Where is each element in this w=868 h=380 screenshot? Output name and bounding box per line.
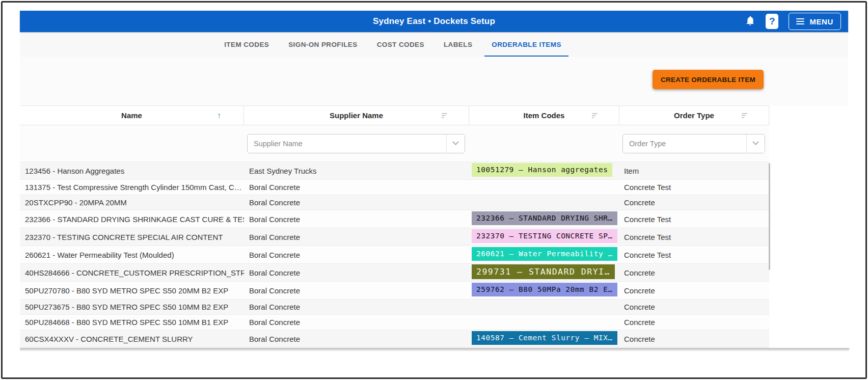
column-label: Order Type	[674, 111, 714, 120]
cell-order-type: Concrete Test	[619, 251, 769, 259]
tab-orderable-items[interactable]: ORDERABLE ITEMS	[482, 32, 571, 57]
menu-button[interactable]: MENU	[789, 13, 841, 30]
order-type-filter	[622, 134, 765, 153]
table-row[interactable]: 260621 - Water Permeability Test (Moulde…	[20, 246, 769, 264]
table-filter-row	[20, 125, 769, 162]
cell-supplier-name: Boral Concrete	[244, 268, 469, 277]
cell-supplier-name: East Sydney Trucks	[244, 167, 469, 175]
cell-name: 260621 - Water Permeability Test (Moulde…	[20, 251, 244, 259]
create-orderable-item-button[interactable]: CREATE ORDERABLE ITEM	[653, 70, 764, 89]
cell-supplier-name: Boral Concrete	[244, 303, 469, 311]
item-code-chip: 299731 – STANDARD DRYI…	[472, 264, 615, 279]
cell-item-codes: 259762 – B80 50MPa 20mm B2 E…	[469, 283, 619, 297]
tabs: ITEM CODESSIGN-ON PROFILESCOST CODESLABE…	[214, 32, 571, 57]
tab-sign-on-profiles[interactable]: SIGN-ON PROFILES	[279, 32, 367, 57]
cell-item-codes: 260621 – Water Permeability …	[469, 247, 619, 262]
cell-order-type: Concrete Test	[619, 215, 769, 224]
cell-name: 20STXCPP90 - 20MPA 20MM	[20, 198, 244, 207]
cell-order-type: Concrete	[619, 303, 769, 311]
cell-supplier-name: Boral Concrete	[244, 286, 469, 295]
table-row[interactable]: 123456 - Hanson AggregatesEast Sydney Tr…	[20, 162, 769, 180]
cell-order-type: Concrete	[619, 268, 769, 277]
cell-supplier-name: Boral Concrete	[244, 215, 469, 224]
cell-name: 50PU284668 - B80 SYD METRO SPEC S50 10MM…	[20, 318, 244, 327]
cell-name: 50PU273675 - B80 SYD METRO SPEC S50 10MM…	[20, 303, 244, 311]
supplier-name-filter	[247, 134, 465, 153]
cell-name: 232366 - STANDARD DRYING SHRINKAGE CAST …	[20, 215, 244, 224]
supplier-filter-dropdown-toggle[interactable]	[446, 134, 465, 153]
page-title: Sydney East • Dockets Setup	[20, 16, 848, 26]
cell-item-codes: 10051279 – Hanson aggregates	[469, 163, 619, 178]
cell-name: 40HS284666 - CONCRETE_CUSTOMER PRESCRIPT…	[20, 268, 244, 277]
item-code-chip: 232370 – TESTING CONCRETE SP…	[472, 229, 617, 242]
sort-ascending-icon: ↑	[217, 111, 221, 120]
table-row[interactable]: 60CSX4XXXV - CONCRETE_CEMENT SLURRYBoral…	[20, 330, 769, 348]
cell-item-codes: 232366 – STANDARD DRYING SHR…	[469, 211, 619, 226]
order-type-filter-dropdown-toggle[interactable]	[746, 134, 765, 153]
chevron-down-icon	[752, 139, 759, 145]
chevron-down-icon	[452, 139, 459, 145]
table-row[interactable]: 50PU270780 - B80 SYD METRO SPEC S50 20MM…	[20, 282, 769, 300]
cell-order-type: Concrete Test	[619, 183, 769, 192]
table-row[interactable]: 232366 - STANDARD DRYING SHRINKAGE CAST …	[20, 210, 769, 228]
cell-name: 50PU270780 - B80 SYD METRO SPEC S50 20MM…	[20, 286, 244, 295]
table-row[interactable]: 50PU284668 - B80 SYD METRO SPEC S50 10MM…	[20, 315, 769, 330]
app-bar-actions: ? MENU	[745, 13, 843, 30]
item-code-chip: 260621 – Water Permeability …	[472, 247, 617, 260]
tab-labels[interactable]: LABELS	[434, 32, 482, 57]
table-body: 123456 - Hanson AggregatesEast Sydney Tr…	[20, 162, 769, 348]
supplier-name-filter-input[interactable]	[248, 140, 446, 148]
item-code-chip: 10051279 – Hanson aggregates	[472, 163, 612, 176]
menu-button-label: MENU	[809, 17, 833, 26]
cell-supplier-name: Boral Concrete	[244, 251, 469, 259]
cell-supplier-name: Boral Concrete	[244, 183, 469, 192]
tab-item-codes[interactable]: ITEM CODES	[214, 32, 279, 57]
cell-supplier-name: Boral Concrete	[244, 335, 469, 343]
sort-lines-icon	[442, 113, 448, 119]
cell-supplier-name: Boral Concrete	[244, 198, 469, 207]
order-type-filter-input[interactable]	[623, 140, 746, 148]
hamburger-icon	[796, 18, 804, 24]
cell-item-codes: 232370 – TESTING CONCRETE SP…	[469, 229, 619, 244]
cell-order-type: Concrete	[619, 335, 769, 343]
cell-item-codes: 299731 – STANDARD DRYI…	[469, 264, 619, 281]
cell-item-codes: 140587 – Cement Slurry – MIX…	[469, 331, 619, 346]
cell-name: 60CSX4XXXV - CONCRETE_CEMENT SLURRY	[20, 335, 244, 343]
cell-name: 232370 - TESTING CONCRETE SPECIAL AIR CO…	[20, 233, 244, 241]
bell-icon	[745, 15, 755, 28]
table-header-row: Name↑Supplier NameItem CodesOrder Type	[20, 106, 769, 125]
table-row[interactable]: 50PU273675 - B80 SYD METRO SPEC S50 10MM…	[20, 300, 769, 315]
toolbar: CREATE ORDERABLE ITEM	[20, 57, 848, 105]
cell-order-type: Concrete Test	[619, 233, 769, 241]
table-row[interactable]: 40HS284666 - CONCRETE_CUSTOMER PRESCRIPT…	[20, 264, 769, 282]
cell-order-type: Item	[619, 167, 769, 175]
column-header-item-codes[interactable]: Item Codes	[469, 106, 619, 125]
orderable-items-table: Name↑Supplier NameItem CodesOrder Type	[20, 105, 769, 348]
vertical-scrollbar[interactable]	[769, 163, 770, 270]
tab-cost-codes[interactable]: COST CODES	[367, 32, 434, 57]
item-code-chip: 232366 – STANDARD DRYING SHR…	[472, 211, 617, 225]
help-button[interactable]: ?	[766, 14, 778, 29]
sort-lines-icon	[742, 113, 748, 119]
column-label: Supplier Name	[330, 111, 383, 120]
supplier-filter-cell	[244, 134, 469, 153]
app-window: Sydney East • Dockets Setup ? MENU ITEM …	[1, 1, 867, 379]
question-mark-icon: ?	[769, 16, 775, 27]
cell-supplier-name: Boral Concrete	[244, 233, 469, 241]
cell-supplier-name: Boral Concrete	[244, 318, 469, 327]
column-header-order-type[interactable]: Order Type	[619, 106, 769, 125]
table-row[interactable]: 131375 - Test Compressive Strength Cylin…	[20, 180, 769, 195]
table-row[interactable]: 232370 - TESTING CONCRETE SPECIAL AIR CO…	[20, 228, 769, 246]
sort-lines-icon	[592, 113, 599, 119]
column-header-supplier-name[interactable]: Supplier Name	[244, 106, 469, 125]
item-code-chip: 140587 – Cement Slurry – MIX…	[472, 331, 617, 344]
cell-name: 123456 - Hanson Aggregates	[20, 167, 244, 175]
column-header-name[interactable]: Name↑	[20, 106, 244, 125]
item-code-chip: 259762 – B80 50MPa 20mm B2 E…	[472, 283, 617, 296]
cell-order-type: Concrete	[619, 286, 769, 295]
tab-bar: ITEM CODESSIGN-ON PROFILESCOST CODESLABE…	[20, 32, 848, 57]
column-label: Name	[121, 111, 142, 120]
content-bottom-edge	[20, 348, 849, 349]
table-row[interactable]: 20STXCPP90 - 20MPA 20MMBoral ConcreteCon…	[20, 195, 769, 210]
notifications-button[interactable]	[745, 15, 755, 28]
